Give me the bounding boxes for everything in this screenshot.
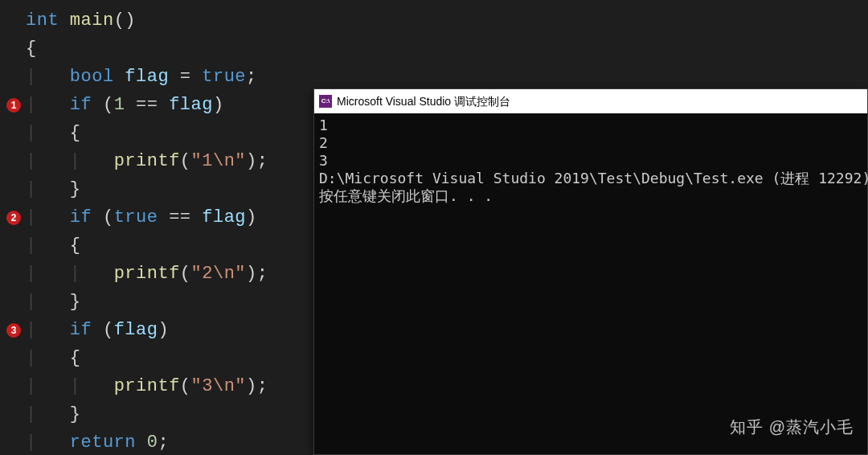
console-line: 2: [319, 134, 862, 152]
code-text: | }: [21, 289, 81, 316]
gutter[interactable]: [6, 344, 21, 372]
code-line[interactable]: int main(): [6, 6, 868, 35]
code-text: | | printf("3\n");: [21, 373, 268, 400]
code-text: | | printf("1\n");: [21, 148, 268, 175]
console-line: 按任意键关闭此窗口. . .: [319, 187, 862, 205]
breakpoint-marker[interactable]: 3: [6, 323, 21, 338]
breakpoint-marker[interactable]: 1: [6, 98, 21, 113]
gutter[interactable]: [6, 119, 21, 147]
gutter[interactable]: [6, 428, 21, 455]
code-text: | return 0;: [21, 429, 169, 456]
code-text: | }: [21, 401, 81, 428]
gutter[interactable]: [6, 175, 21, 203]
console-title: Microsoft Visual Studio 调试控制台: [337, 88, 510, 115]
gutter[interactable]: [6, 288, 21, 316]
code-text: | | printf("2\n");: [21, 260, 268, 288]
code-text: | {: [21, 345, 81, 372]
gutter[interactable]: 1: [6, 91, 21, 119]
gutter[interactable]: [6, 260, 21, 288]
gutter[interactable]: [6, 372, 21, 400]
console-titlebar[interactable]: C:\ Microsoft Visual Studio 调试控制台: [314, 89, 867, 113]
gutter[interactable]: [6, 35, 21, 63]
code-line[interactable]: | bool flag = true;: [6, 63, 868, 91]
gutter[interactable]: 2: [6, 203, 21, 232]
console-line: 3: [319, 152, 862, 170]
code-text: | if (flag): [21, 317, 169, 344]
code-text: | if (1 == flag): [21, 92, 224, 119]
gutter[interactable]: [6, 232, 21, 260]
gutter[interactable]: [6, 400, 21, 428]
code-text: | }: [21, 176, 81, 203]
code-text: | bool flag = true;: [21, 64, 257, 91]
code-text: | {: [21, 232, 81, 260]
gutter[interactable]: [6, 63, 21, 91]
console-line: D:\Microsoft Visual Studio 2019\Test\Deb…: [319, 170, 862, 187]
code-text: {: [21, 35, 37, 63]
code-text: int main(): [21, 7, 136, 35]
console-output[interactable]: 123D:\Microsoft Visual Studio 2019\Test\…: [314, 113, 867, 208]
debug-console-window[interactable]: C:\ Microsoft Visual Studio 调试控制台 123D:\…: [313, 88, 868, 455]
gutter[interactable]: [6, 147, 21, 175]
gutter[interactable]: [6, 6, 21, 35]
gutter[interactable]: 3: [6, 316, 21, 344]
code-text: | if (true == flag): [21, 204, 257, 232]
code-text: | {: [21, 120, 81, 147]
console-line: 1: [319, 117, 862, 134]
code-line[interactable]: {: [6, 35, 868, 63]
breakpoint-marker[interactable]: 2: [6, 211, 21, 225]
visual-studio-icon: C:\: [319, 95, 332, 108]
